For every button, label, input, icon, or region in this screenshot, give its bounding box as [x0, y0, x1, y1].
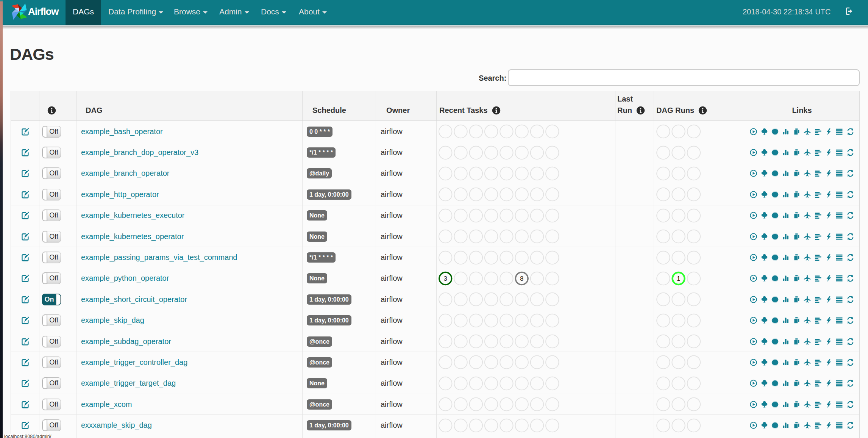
svg-text:8: 8: [520, 275, 523, 282]
svg-text:3: 3: [444, 275, 447, 282]
svg-text:1: 1: [677, 275, 680, 282]
